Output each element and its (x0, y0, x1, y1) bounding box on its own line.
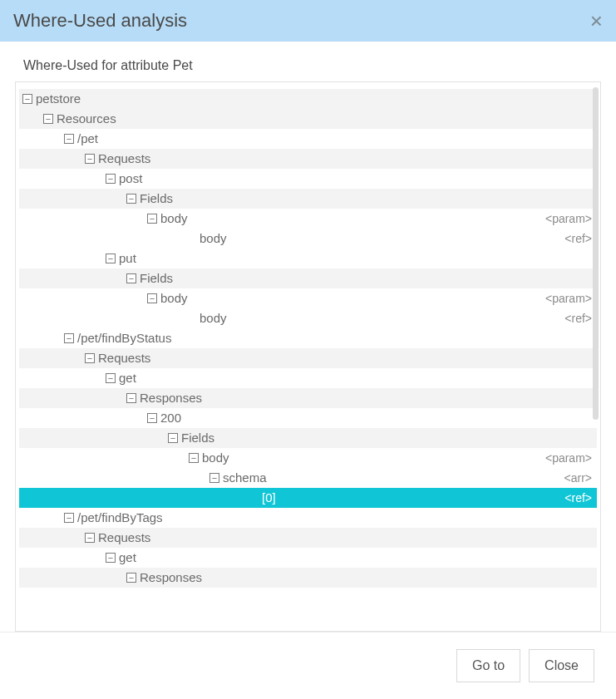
tree-node-label: [0] (262, 488, 276, 508)
close-icon[interactable]: × (590, 10, 603, 32)
tree[interactable]: −petstore−Resources−/pet−Requests−post−F… (16, 82, 600, 631)
tree-row[interactable]: −post (19, 169, 597, 189)
tree-row[interactable]: −schema<arr> (19, 468, 597, 488)
collapse-icon[interactable]: − (209, 473, 219, 483)
tree-row[interactable]: −Resources (19, 109, 597, 129)
collapse-icon[interactable]: − (147, 293, 157, 303)
tree-container: −petstore−Resources−/pet−Requests−post−F… (15, 81, 601, 632)
tree-node-label: Responses (140, 568, 202, 588)
tree-node-label: body (202, 448, 229, 468)
tree-row[interactable]: −[0]<ref> (19, 488, 597, 508)
tree-node-label: get (119, 368, 136, 388)
tree-row[interactable]: −Requests (19, 528, 597, 548)
tree-node-label: get (119, 548, 136, 568)
collapse-icon[interactable]: − (126, 573, 136, 583)
tree-node-label: /pet/findByStatus (77, 328, 171, 348)
tree-row[interactable]: −body<param> (19, 209, 597, 229)
collapse-icon[interactable]: − (64, 333, 74, 343)
tree-row[interactable]: −/pet (19, 129, 597, 149)
tree-row[interactable]: −body<ref> (19, 308, 597, 328)
collapse-icon[interactable]: − (126, 194, 136, 204)
tree-node-label: body (160, 288, 188, 308)
tree-row[interactable]: −body<param> (19, 448, 597, 468)
collapse-icon[interactable]: − (147, 413, 157, 423)
collapse-icon[interactable]: − (85, 154, 95, 164)
tree-node-label: Fields (140, 268, 173, 288)
collapse-icon[interactable]: − (85, 533, 95, 543)
tree-node-label: Fields (140, 189, 173, 209)
tree-row[interactable]: −/pet/findByTags (19, 508, 597, 528)
collapse-icon[interactable]: − (168, 433, 178, 443)
tree-row[interactable]: −Requests (19, 149, 597, 169)
tree-row[interactable]: −body<ref> (19, 229, 597, 249)
type-badge: <ref> (564, 488, 597, 508)
collapse-icon[interactable]: − (147, 214, 157, 224)
collapse-icon[interactable]: − (126, 393, 136, 403)
tree-node-label: body (200, 229, 227, 249)
dialog-subtitle: Where-Used for attribute Pet (0, 42, 616, 81)
collapse-icon[interactable]: − (106, 553, 116, 563)
tree-node-label: /pet (77, 129, 98, 149)
tree-row[interactable]: −Requests (19, 348, 597, 368)
tree-row[interactable]: −body<param> (19, 288, 597, 308)
tree-node-label: petstore (36, 89, 81, 109)
tree-row[interactable]: −put (19, 249, 597, 268)
type-badge: <param> (545, 288, 597, 308)
tree-row[interactable]: −get (19, 548, 597, 568)
collapse-icon[interactable]: − (126, 273, 136, 283)
collapse-icon[interactable]: − (189, 453, 199, 463)
collapse-icon[interactable]: − (106, 373, 116, 383)
tree-row[interactable]: −get (19, 368, 597, 388)
tree-node-label: /pet/findByTags (77, 508, 163, 528)
tree-row[interactable]: −200 (19, 408, 597, 428)
type-badge: <param> (545, 209, 597, 229)
tree-node-label: body (160, 209, 188, 229)
tree-node-label: 200 (160, 408, 181, 428)
goto-button[interactable]: Go to (456, 649, 520, 682)
tree-node-label: Responses (140, 388, 202, 408)
tree-row[interactable]: −/pet/findByStatus (19, 328, 597, 348)
tree-node-label: Requests (98, 348, 150, 368)
collapse-icon[interactable]: − (85, 353, 95, 363)
type-badge: <arr> (564, 468, 597, 488)
tree-row[interactable]: −Responses (19, 568, 597, 588)
tree-row[interactable]: −Fields (19, 189, 597, 209)
collapse-icon[interactable]: − (106, 174, 116, 184)
tree-node-label: Resources (57, 109, 116, 129)
tree-node-label: Requests (98, 528, 150, 548)
tree-node-label: Fields (181, 428, 214, 448)
tree-node-label: put (119, 249, 136, 268)
dialog-title: Where-Used analysis (13, 10, 187, 32)
tree-node-label: post (119, 169, 142, 189)
collapse-icon[interactable]: − (106, 254, 116, 263)
dialog-header: Where-Used analysis × (0, 0, 616, 42)
close-button[interactable]: Close (529, 649, 594, 682)
tree-node-label: schema (223, 468, 267, 488)
tree-row[interactable]: −Responses (19, 388, 597, 408)
tree-row[interactable]: −Fields (19, 428, 597, 448)
tree-node-label: body (200, 308, 227, 328)
dialog-footer: Go to Close (0, 632, 616, 699)
type-badge: <param> (545, 448, 597, 468)
tree-row[interactable]: −petstore (19, 89, 597, 109)
collapse-icon[interactable]: − (22, 94, 32, 104)
tree-row[interactable]: −Fields (19, 268, 597, 288)
collapse-icon[interactable]: − (64, 513, 74, 523)
scrollbar[interactable] (593, 87, 599, 420)
collapse-icon[interactable]: − (64, 134, 74, 144)
tree-node-label: Requests (98, 149, 150, 169)
collapse-icon[interactable]: − (43, 114, 53, 124)
